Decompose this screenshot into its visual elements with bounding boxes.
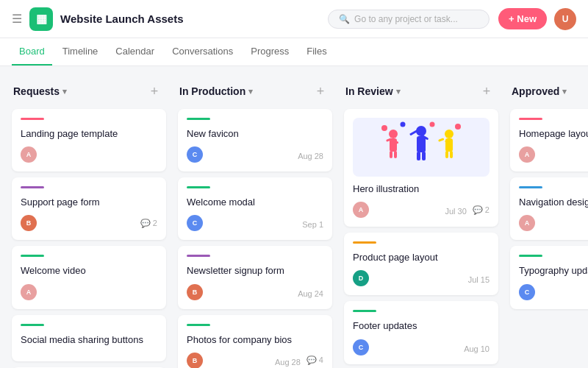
search-placeholder: Go to any project or task... bbox=[354, 14, 458, 24]
card-tag bbox=[519, 118, 542, 120]
card-title: New favicon bbox=[187, 127, 323, 141]
card-illustration bbox=[353, 118, 490, 177]
svg-rect-4 bbox=[390, 151, 392, 158]
card-tag bbox=[519, 255, 542, 257]
card-footer: A Jul 30 💬 2 bbox=[353, 202, 490, 218]
chevron-down-icon: ▾ bbox=[396, 87, 401, 96]
card-footer: B 💬 2 bbox=[21, 215, 157, 231]
avatar: C bbox=[353, 339, 369, 355]
list-item[interactable]: Social media sharing buttons bbox=[12, 315, 166, 361]
search-bar[interactable]: 🔍 Go to any project or task... bbox=[328, 10, 490, 29]
avatar: B bbox=[187, 284, 203, 300]
board-container: Requests ▾ + Landing page template A Sup… bbox=[0, 66, 588, 368]
card-tag bbox=[21, 186, 44, 188]
svg-point-0 bbox=[389, 130, 398, 138]
column-header-requests: Requests ▾ + bbox=[12, 78, 166, 109]
card-footer: C Aug 28 bbox=[187, 146, 323, 163]
user-avatar[interactable]: U bbox=[554, 8, 576, 30]
avatar: A bbox=[21, 146, 37, 163]
list-item[interactable]: New favicon C Aug 28 bbox=[178, 109, 332, 171]
column-title-requests: Requests ▾ bbox=[13, 85, 67, 97]
card-tag bbox=[187, 324, 210, 326]
list-item[interactable]: Product page layout D Jul 15 bbox=[344, 233, 498, 295]
card-title: Welcome modal bbox=[187, 196, 323, 209]
card-date: Aug 10 bbox=[464, 344, 490, 353]
card-footer: B Aug 28 💬 4 bbox=[187, 353, 323, 368]
tab-conversations[interactable]: Conversations bbox=[165, 38, 240, 66]
svg-rect-12 bbox=[422, 152, 426, 160]
column-approved: Approved ▾ + Homepage layout A Jun 18 Na… bbox=[510, 78, 588, 358]
hero-illustration-svg bbox=[377, 121, 465, 174]
card-title: Support page form bbox=[21, 196, 157, 209]
card-footer: B Aug 24 bbox=[187, 284, 323, 300]
app-logo: ▦ bbox=[29, 7, 53, 31]
avatar: C bbox=[187, 146, 203, 163]
svg-rect-18 bbox=[450, 151, 453, 158]
nav-tabs: Board Timeline Calendar Conversations Pr… bbox=[0, 38, 588, 66]
card-title: Social media sharing buttons bbox=[21, 333, 157, 347]
card-date: Aug 28 bbox=[298, 152, 323, 160]
card-tag bbox=[187, 186, 210, 188]
avatar: B bbox=[21, 215, 37, 231]
avatar: C bbox=[187, 215, 203, 231]
list-item[interactable]: Photos for company bios B Aug 28 💬 4 bbox=[178, 315, 332, 368]
svg-point-19 bbox=[455, 124, 461, 130]
comment-count: 💬 2 bbox=[140, 219, 157, 228]
card-date: Aug 24 bbox=[298, 289, 323, 298]
column-title-in-production: In Production ▾ bbox=[179, 85, 253, 97]
column-in-production: In Production ▾ + New favicon C Aug 28 W… bbox=[178, 78, 332, 358]
card-date: Aug 28 bbox=[275, 358, 301, 367]
card-footer: A bbox=[21, 284, 157, 300]
tab-calendar[interactable]: Calendar bbox=[108, 38, 162, 66]
avatar: A bbox=[21, 284, 37, 300]
card-footer: C Sep 1 bbox=[187, 215, 323, 231]
list-item[interactable]: Typography updates C Jun 2 bbox=[510, 246, 588, 308]
card-tag bbox=[519, 186, 542, 188]
column-title-approved: Approved ▾ bbox=[512, 85, 567, 97]
avatar: B bbox=[187, 353, 203, 368]
card-title: Landing page template bbox=[21, 127, 157, 141]
tab-timeline[interactable]: Timeline bbox=[55, 38, 106, 66]
list-item[interactable]: Footer updates C Aug 10 bbox=[344, 301, 498, 364]
card-footer: A Jun 6 bbox=[519, 215, 588, 231]
add-card-requests[interactable]: + bbox=[144, 81, 165, 102]
svg-point-13 bbox=[445, 130, 453, 138]
card-title: Homepage layout bbox=[519, 127, 588, 141]
tab-files[interactable]: Files bbox=[299, 38, 334, 66]
tab-board[interactable]: Board bbox=[12, 38, 52, 66]
list-item[interactable]: Support page form B 💬 2 bbox=[12, 177, 166, 240]
list-item[interactable]: Navigation design A Jun 6 bbox=[510, 177, 588, 240]
card-tag bbox=[187, 118, 210, 120]
comment-count: 💬 4 bbox=[306, 355, 323, 365]
list-item[interactable]: Newsletter signup form B Aug 24 bbox=[178, 246, 332, 308]
card-date: Sep 1 bbox=[302, 220, 323, 229]
svg-rect-8 bbox=[417, 136, 426, 152]
card-date: Jul 30 bbox=[445, 207, 466, 216]
hamburger-menu[interactable]: ☰ bbox=[12, 12, 22, 26]
list-item[interactable]: Landing page template A bbox=[12, 109, 166, 171]
chevron-down-icon: ▾ bbox=[62, 87, 67, 96]
card-tag bbox=[353, 241, 376, 244]
list-item[interactable]: Homepage layout A Jun 18 bbox=[510, 109, 588, 171]
avatar: A bbox=[353, 202, 369, 218]
card-title: Navigation design bbox=[519, 196, 588, 209]
list-item[interactable]: Hero illustration A Jul 30 💬 2 bbox=[344, 109, 498, 227]
card-title: Typography updates bbox=[519, 264, 588, 277]
card-footer: A bbox=[21, 146, 157, 163]
avatar: D bbox=[353, 270, 369, 286]
comment-count: 💬 2 bbox=[473, 205, 490, 215]
add-card-in-production[interactable]: + bbox=[310, 81, 331, 102]
card-footer: C Aug 10 bbox=[353, 339, 490, 355]
svg-rect-15 bbox=[438, 138, 445, 142]
list-item[interactable]: Welcome modal C Sep 1 bbox=[178, 177, 332, 240]
list-item[interactable]: Welcome video A bbox=[12, 246, 166, 308]
svg-point-6 bbox=[381, 125, 387, 131]
chevron-down-icon: ▾ bbox=[248, 87, 253, 96]
app-header: ☰ ▦ Website Launch Assets 🔍 Go to any pr… bbox=[0, 0, 588, 38]
tab-progress[interactable]: Progress bbox=[243, 38, 296, 66]
svg-rect-11 bbox=[417, 152, 420, 160]
svg-point-21 bbox=[430, 122, 435, 127]
add-card-in-review[interactable]: + bbox=[476, 81, 497, 102]
new-button[interactable]: + New bbox=[498, 8, 547, 29]
card-title: Newsletter signup form bbox=[187, 264, 323, 277]
